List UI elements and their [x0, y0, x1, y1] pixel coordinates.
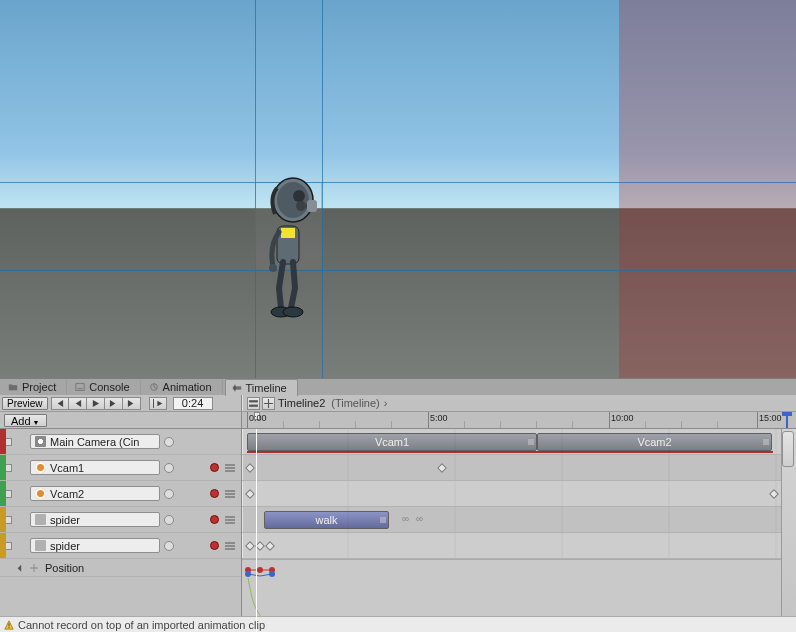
goto-end-button[interactable] [123, 397, 141, 410]
asset-breadcrumb[interactable]: Timeline2 (Timeline) › [277, 397, 390, 409]
tab-console[interactable]: Console [69, 379, 140, 395]
track-vcam1[interactable]: Vcam1 [0, 455, 241, 481]
binding-picker[interactable] [164, 515, 174, 525]
foldout-icon[interactable] [18, 565, 25, 572]
track-spider-curves[interactable]: spider [0, 533, 241, 559]
track-options-button[interactable] [223, 487, 237, 501]
keyframe-marker[interactable] [265, 541, 275, 551]
svg-rect-17 [9, 623, 10, 626]
svg-rect-7 [307, 200, 317, 212]
binding-picker[interactable] [164, 489, 174, 499]
track-binding-chip[interactable]: spider [30, 538, 160, 553]
binding-picker[interactable] [164, 463, 174, 473]
svg-point-10 [283, 307, 303, 317]
add-track-label: Add [11, 415, 31, 427]
ruler-label-5: 5:00 [430, 413, 448, 423]
clips-area[interactable]: Vcam1 Vcam2 walk ∞ ∞ [242, 429, 796, 632]
track-binding-chip[interactable]: Main Camera (Cin [30, 434, 160, 449]
lane-vcam1[interactable] [242, 455, 782, 481]
track-options-button[interactable] [223, 539, 237, 553]
track-label: Vcam2 [50, 488, 84, 500]
goto-start-button[interactable] [51, 397, 69, 410]
clip-vcam2[interactable]: Vcam2 [537, 433, 772, 451]
svg-rect-15 [249, 400, 258, 402]
ruler-end-marker[interactable] [782, 412, 792, 428]
track-main-camera[interactable]: Main Camera (Cin [0, 429, 241, 455]
scene-overlay [0, 0, 796, 378]
status-bar: Cannot record on top of an imported anim… [0, 616, 796, 632]
record-button[interactable] [210, 463, 219, 472]
keyframe-marker[interactable] [245, 463, 255, 473]
animation-icon [149, 382, 159, 392]
track-lock-toggle[interactable] [4, 516, 12, 524]
record-button[interactable] [210, 515, 219, 524]
track-vcam2[interactable]: Vcam2 [0, 481, 241, 507]
timeline-asset-header: Timeline2 (Timeline) › [242, 395, 796, 411]
console-icon [75, 382, 85, 392]
current-frame-field[interactable]: 0:24 [173, 397, 213, 410]
clip-mode-button[interactable] [247, 397, 260, 410]
record-button[interactable] [210, 541, 219, 550]
track-options-button[interactable] [223, 461, 237, 475]
curve-key[interactable] [269, 571, 275, 577]
track-label: spider [50, 514, 80, 526]
binding-picker[interactable] [164, 541, 174, 551]
lane-spider-anim[interactable]: walk ∞ ∞ [242, 507, 782, 533]
cinemachine-blend-bar [247, 451, 773, 453]
binding-picker[interactable] [164, 437, 174, 447]
play-range-button[interactable] [149, 397, 167, 410]
time-ruler[interactable]: 0:00 5:00 10:00 15:00 [242, 412, 796, 428]
vertical-scrollbar-thumb[interactable] [782, 431, 794, 467]
track-property-position[interactable]: Position [0, 559, 241, 577]
curve-key[interactable] [245, 571, 251, 577]
track-options-button[interactable] [223, 513, 237, 527]
keyframe-marker[interactable] [245, 541, 255, 551]
track-list: Main Camera (Cin Vcam1 Vcam2 spider [0, 429, 242, 632]
transform-icon [29, 563, 39, 573]
keyframe-marker[interactable] [769, 489, 779, 499]
status-message: Cannot record on top of an imported anim… [18, 619, 265, 631]
keyframe-marker[interactable] [245, 489, 255, 499]
clip-walk[interactable]: walk [264, 511, 389, 529]
next-frame-button[interactable] [105, 397, 123, 410]
prev-frame-button[interactable] [69, 397, 87, 410]
gameobject-icon [35, 514, 46, 525]
track-lock-toggle[interactable] [4, 490, 12, 498]
svg-point-5 [296, 201, 306, 211]
preview-button[interactable]: Preview [2, 397, 48, 410]
record-button[interactable] [210, 489, 219, 498]
asset-name: Timeline2 [277, 397, 326, 409]
lane-vcam2[interactable] [242, 481, 782, 507]
ruler-label-10: 10:00 [611, 413, 634, 423]
ruler-label-15: 15:00 [759, 413, 782, 423]
clip-vcam1[interactable]: Vcam1 [247, 433, 537, 451]
svg-point-4 [293, 190, 305, 202]
track-binding-chip[interactable]: Vcam1 [30, 460, 160, 475]
panel-tabs: Project Console Animation Timeline [0, 378, 796, 395]
mix-mode-button[interactable] [262, 397, 275, 410]
svg-rect-16 [249, 404, 258, 406]
clip-label: Vcam1 [375, 436, 409, 448]
curve-key[interactable] [257, 567, 263, 573]
tab-animation[interactable]: Animation [143, 379, 223, 395]
track-lock-toggle[interactable] [4, 438, 12, 446]
track-binding-chip[interactable]: spider [30, 512, 160, 527]
add-track-button[interactable]: Add▼ [4, 414, 47, 427]
gameobject-icon [35, 488, 46, 499]
scene-viewport[interactable] [0, 0, 796, 378]
current-frame-value: 0:24 [182, 397, 203, 409]
keyframe-marker[interactable] [437, 463, 447, 473]
lane-main-camera[interactable]: Vcam1 Vcam2 [242, 429, 782, 455]
track-lock-toggle[interactable] [4, 542, 12, 550]
track-spider-anim[interactable]: spider [0, 507, 241, 533]
play-button[interactable] [87, 397, 105, 410]
svg-point-3 [277, 182, 309, 218]
tab-project[interactable]: Project [2, 379, 67, 395]
timeline-header: Preview 0:24 Timeline2 (Timeline) › [0, 395, 796, 412]
tab-timeline[interactable]: Timeline [225, 379, 298, 396]
playhead-line[interactable] [256, 429, 257, 632]
track-binding-chip[interactable]: Vcam2 [30, 486, 160, 501]
timeline-icon [232, 383, 242, 393]
lane-spider-curves[interactable] [242, 533, 782, 559]
track-lock-toggle[interactable] [4, 464, 12, 472]
